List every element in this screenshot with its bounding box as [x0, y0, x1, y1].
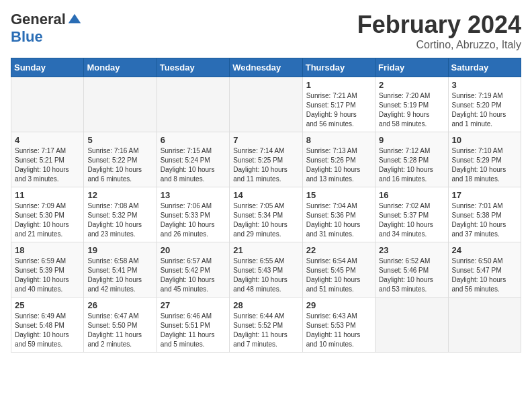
day-number: 11: [15, 190, 80, 200]
calendar-cell: 11Sunrise: 7:09 AM Sunset: 5:30 PM Dayli…: [11, 187, 84, 242]
day-info: Sunrise: 7:12 AM Sunset: 5:28 PM Dayligh…: [379, 146, 444, 184]
day-info: Sunrise: 7:16 AM Sunset: 5:22 PM Dayligh…: [87, 146, 152, 184]
calendar-cell: 29Sunrise: 6:43 AM Sunset: 5:53 PM Dayli…: [302, 298, 375, 353]
calendar-cell: 14Sunrise: 7:05 AM Sunset: 5:34 PM Dayli…: [230, 187, 302, 242]
day-info: Sunrise: 6:59 AM Sunset: 5:39 PM Dayligh…: [15, 257, 80, 294]
logo: General Blue: [11, 11, 82, 46]
day-info: Sunrise: 6:49 AM Sunset: 5:48 PM Dayligh…: [15, 312, 80, 349]
calendar-week-1: 4Sunrise: 7:17 AM Sunset: 5:21 PM Daylig…: [11, 132, 521, 187]
day-info: Sunrise: 6:44 AM Sunset: 5:52 PM Dayligh…: [233, 312, 298, 349]
calendar-cell: 28Sunrise: 6:44 AM Sunset: 5:52 PM Dayli…: [230, 298, 302, 353]
day-number: 18: [15, 245, 80, 255]
day-number: 1: [306, 80, 371, 90]
day-info: Sunrise: 7:20 AM Sunset: 5:19 PM Dayligh…: [379, 91, 444, 129]
logo-blue: Blue: [11, 28, 43, 46]
calendar-cell: [230, 77, 302, 132]
day-info: Sunrise: 7:06 AM Sunset: 5:33 PM Dayligh…: [161, 201, 226, 239]
calendar-cell: [84, 77, 157, 132]
day-info: Sunrise: 7:15 AM Sunset: 5:24 PM Dayligh…: [161, 146, 226, 184]
day-info: Sunrise: 7:13 AM Sunset: 5:26 PM Dayligh…: [306, 146, 371, 184]
day-number: 29: [306, 300, 371, 310]
day-info: Sunrise: 6:52 AM Sunset: 5:46 PM Dayligh…: [379, 257, 444, 294]
day-number: 13: [161, 190, 226, 200]
day-info: Sunrise: 6:55 AM Sunset: 5:43 PM Dayligh…: [233, 257, 298, 294]
calendar-week-4: 25Sunrise: 6:49 AM Sunset: 5:48 PM Dayli…: [11, 298, 521, 353]
day-info: Sunrise: 7:09 AM Sunset: 5:30 PM Dayligh…: [15, 201, 80, 239]
weekday-header-monday: Monday: [84, 58, 157, 77]
day-info: Sunrise: 7:21 AM Sunset: 5:17 PM Dayligh…: [306, 91, 371, 129]
calendar-table: SundayMondayTuesdayWednesdayThursdayFrid…: [11, 58, 521, 353]
weekday-header-thursday: Thursday: [302, 58, 375, 77]
day-number: 5: [87, 135, 152, 145]
weekday-header-wednesday: Wednesday: [230, 58, 302, 77]
day-number: 8: [306, 135, 371, 145]
calendar-cell: 22Sunrise: 6:54 AM Sunset: 5:45 PM Dayli…: [302, 242, 375, 298]
calendar-cell: 21Sunrise: 6:55 AM Sunset: 5:43 PM Dayli…: [230, 242, 302, 298]
calendar-cell: 12Sunrise: 7:08 AM Sunset: 5:32 PM Dayli…: [84, 187, 157, 242]
day-info: Sunrise: 7:08 AM Sunset: 5:32 PM Dayligh…: [87, 201, 152, 239]
calendar-cell: 8Sunrise: 7:13 AM Sunset: 5:26 PM Daylig…: [302, 132, 375, 187]
day-info: Sunrise: 7:10 AM Sunset: 5:29 PM Dayligh…: [452, 146, 517, 184]
calendar-cell: 5Sunrise: 7:16 AM Sunset: 5:22 PM Daylig…: [84, 132, 157, 187]
calendar-cell: 23Sunrise: 6:52 AM Sunset: 5:46 PM Dayli…: [375, 242, 448, 298]
day-number: 25: [15, 300, 80, 310]
calendar-cell: [157, 77, 229, 132]
day-number: 2: [379, 80, 444, 90]
day-number: 4: [15, 135, 80, 145]
weekday-header-row: SundayMondayTuesdayWednesdayThursdayFrid…: [11, 58, 521, 77]
day-number: 6: [161, 135, 226, 145]
calendar-cell: 20Sunrise: 6:57 AM Sunset: 5:42 PM Dayli…: [157, 242, 229, 298]
calendar-cell: 3Sunrise: 7:19 AM Sunset: 5:20 PM Daylig…: [448, 77, 521, 132]
day-info: Sunrise: 6:50 AM Sunset: 5:47 PM Dayligh…: [452, 257, 517, 294]
day-info: Sunrise: 6:43 AM Sunset: 5:53 PM Dayligh…: [306, 312, 371, 349]
page-header: General Blue February 2024 Cortino, Abru…: [11, 11, 521, 51]
day-info: Sunrise: 6:47 AM Sunset: 5:50 PM Dayligh…: [87, 312, 152, 349]
calendar-cell: [11, 77, 84, 132]
calendar-cell: 17Sunrise: 7:01 AM Sunset: 5:38 PM Dayli…: [448, 187, 521, 242]
calendar-week-0: 1Sunrise: 7:21 AM Sunset: 5:17 PM Daylig…: [11, 77, 521, 132]
calendar-cell: 9Sunrise: 7:12 AM Sunset: 5:28 PM Daylig…: [375, 132, 448, 187]
calendar-cell: [375, 298, 448, 353]
day-info: Sunrise: 7:02 AM Sunset: 5:37 PM Dayligh…: [379, 201, 444, 239]
day-number: 17: [452, 190, 517, 200]
month-title: February 2024: [357, 11, 521, 39]
day-number: 10: [452, 135, 517, 145]
calendar-cell: 24Sunrise: 6:50 AM Sunset: 5:47 PM Dayli…: [448, 242, 521, 298]
day-number: 7: [233, 135, 298, 145]
calendar-cell: 13Sunrise: 7:06 AM Sunset: 5:33 PM Dayli…: [157, 187, 229, 242]
day-number: 9: [379, 135, 444, 145]
calendar-cell: 2Sunrise: 7:20 AM Sunset: 5:19 PM Daylig…: [375, 77, 448, 132]
day-number: 3: [452, 80, 517, 90]
weekday-header-friday: Friday: [375, 58, 448, 77]
day-number: 12: [87, 190, 152, 200]
day-number: 28: [233, 300, 298, 310]
calendar-cell: 19Sunrise: 6:58 AM Sunset: 5:41 PM Dayli…: [84, 242, 157, 298]
day-number: 20: [161, 245, 226, 255]
day-info: Sunrise: 7:05 AM Sunset: 5:34 PM Dayligh…: [233, 201, 298, 239]
day-number: 19: [87, 245, 152, 255]
calendar-week-3: 18Sunrise: 6:59 AM Sunset: 5:39 PM Dayli…: [11, 242, 521, 298]
title-block: February 2024 Cortino, Abruzzo, Italy: [357, 11, 521, 51]
calendar-cell: 18Sunrise: 6:59 AM Sunset: 5:39 PM Dayli…: [11, 242, 84, 298]
day-number: 14: [233, 190, 298, 200]
day-info: Sunrise: 7:14 AM Sunset: 5:25 PM Dayligh…: [233, 146, 298, 184]
day-info: Sunrise: 7:17 AM Sunset: 5:21 PM Dayligh…: [15, 146, 80, 184]
day-number: 27: [161, 300, 226, 310]
day-number: 21: [233, 245, 298, 255]
calendar-cell: 26Sunrise: 6:47 AM Sunset: 5:50 PM Dayli…: [84, 298, 157, 353]
calendar-cell: 7Sunrise: 7:14 AM Sunset: 5:25 PM Daylig…: [230, 132, 302, 187]
day-number: 23: [379, 245, 444, 255]
day-info: Sunrise: 6:57 AM Sunset: 5:42 PM Dayligh…: [161, 257, 226, 294]
day-info: Sunrise: 6:46 AM Sunset: 5:51 PM Dayligh…: [161, 312, 226, 349]
day-number: 15: [306, 190, 371, 200]
calendar-cell: 4Sunrise: 7:17 AM Sunset: 5:21 PM Daylig…: [11, 132, 84, 187]
calendar-week-2: 11Sunrise: 7:09 AM Sunset: 5:30 PM Dayli…: [11, 187, 521, 242]
weekday-header-tuesday: Tuesday: [157, 58, 229, 77]
day-info: Sunrise: 7:19 AM Sunset: 5:20 PM Dayligh…: [452, 91, 517, 129]
logo-general: General: [11, 11, 66, 28]
calendar-cell: 27Sunrise: 6:46 AM Sunset: 5:51 PM Dayli…: [157, 298, 229, 353]
logo-icon: [67, 12, 82, 27]
day-info: Sunrise: 7:04 AM Sunset: 5:36 PM Dayligh…: [306, 201, 371, 239]
svg-marker-0: [69, 14, 81, 24]
calendar-cell: [448, 298, 521, 353]
